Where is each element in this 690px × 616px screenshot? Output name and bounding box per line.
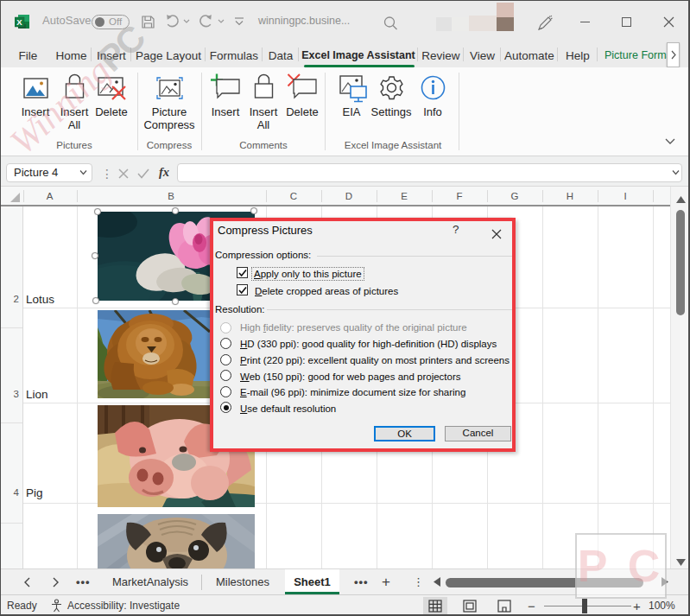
svg-text:X: X bbox=[16, 17, 22, 27]
